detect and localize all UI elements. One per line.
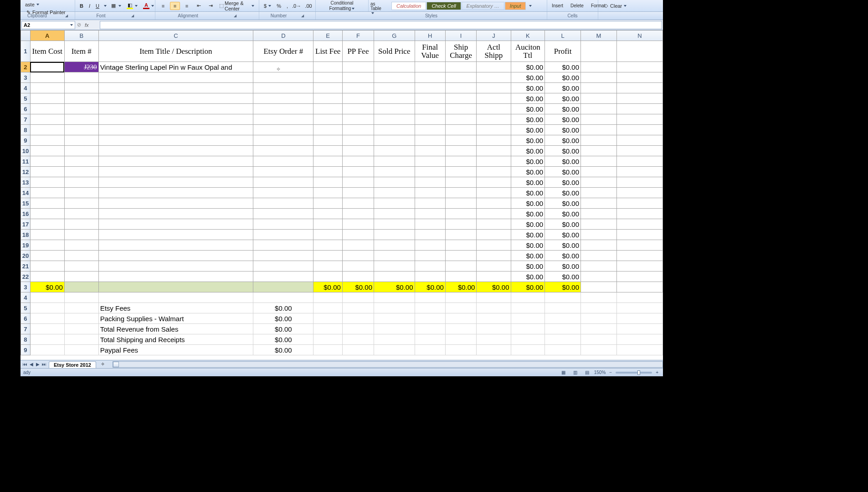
cell-A26[interactable] [30,313,64,324]
cell-M17[interactable] [581,219,617,230]
row-header-29[interactable]: 9 [21,345,31,355]
cell-G21[interactable] [374,261,415,272]
cell-E10[interactable] [313,146,342,156]
cell-I5[interactable] [445,93,477,104]
cell-H26[interactable] [415,313,445,324]
cell-H5[interactable] [415,93,445,104]
cell-L28[interactable] [545,334,581,345]
cell-F2[interactable] [342,62,374,72]
cell-C23[interactable] [98,282,253,292]
cell-G28[interactable] [374,334,415,345]
cell-A5[interactable] [30,93,64,104]
cell-N17[interactable] [616,219,663,230]
zoom-slider-thumb[interactable] [637,370,640,375]
cell-J23[interactable]: $0.00 [477,282,511,292]
cell-J6[interactable] [477,104,511,114]
zoom-slider[interactable] [616,372,652,374]
cell-C11[interactable] [98,156,253,167]
cell-I7[interactable] [445,114,477,125]
cell-F7[interactable] [342,114,374,125]
cell-B3[interactable] [64,72,98,83]
fx-cancel-button[interactable]: ⊘ [75,21,83,29]
cell-M16[interactable] [581,209,617,219]
col-header-I[interactable]: I [445,31,477,41]
cell-H25[interactable] [415,303,445,313]
cell-I13[interactable] [445,177,477,188]
cell-N26[interactable] [616,313,663,324]
cell-G17[interactable] [374,219,415,230]
cell-J12[interactable] [477,167,511,177]
cell-G26[interactable] [374,313,415,324]
col-header-J[interactable]: J [477,31,511,41]
zoom-in-button[interactable]: + [654,369,660,376]
cell-K14[interactable]: $0.00 [511,188,545,198]
cell-C24[interactable] [98,292,253,303]
cell-B18[interactable] [64,230,98,240]
row-header-6[interactable]: 6 [21,104,31,114]
cell-N11[interactable] [616,156,663,167]
cell-J27[interactable] [477,324,511,334]
cell-M19[interactable] [581,240,617,251]
clear-button[interactable]: ◇Clear [601,2,628,10]
cell-D19[interactable] [253,240,313,251]
cell-A13[interactable] [30,177,64,188]
cell-B11[interactable] [64,156,98,167]
row-header-20[interactable]: 20 [21,251,31,261]
cell-H19[interactable] [415,240,445,251]
cell-D3[interactable] [253,72,313,83]
select-all-corner[interactable] [21,31,31,41]
cell-L29[interactable] [545,345,581,355]
cell-M20[interactable] [581,251,617,261]
bold-button[interactable]: B [78,2,85,10]
cell-I6[interactable] [445,104,477,114]
cell-I22[interactable] [445,272,477,282]
cell-D11[interactable] [253,156,313,167]
cell-L16[interactable]: $0.00 [545,209,581,219]
cell-N10[interactable] [616,146,663,156]
cell-N25[interactable] [616,303,663,313]
view-normal-button[interactable]: ▦ [559,369,569,377]
cell-F8[interactable] [342,125,374,135]
cell-J24[interactable] [477,292,511,303]
row-header-10[interactable]: 10 [21,146,31,156]
cell-C15[interactable] [98,198,253,209]
cell-M4[interactable] [581,83,617,93]
cell-B2[interactable]: J230 [64,62,98,72]
cell-B26[interactable] [64,313,98,324]
cell-D24[interactable] [253,292,313,303]
zoom-out-button[interactable]: − [607,369,614,376]
cell-I27[interactable] [445,324,477,334]
cell-L20[interactable]: $0.00 [545,251,581,261]
cell-H14[interactable] [415,188,445,198]
cell-K15[interactable]: $0.00 [511,198,545,209]
cell-K20[interactable]: $0.00 [511,251,545,261]
cell-B23[interactable] [64,282,98,292]
cell-L25[interactable] [545,303,581,313]
cell-E22[interactable] [313,272,342,282]
cell-F21[interactable] [342,261,374,272]
cell-G27[interactable] [374,324,415,334]
cell-D29[interactable]: $0.00 [253,345,313,355]
header-cell-N1[interactable] [616,41,663,62]
cell-C29[interactable]: Paypal Fees [98,345,253,355]
font-color-button[interactable]: A [141,2,156,10]
cell-L26[interactable] [545,313,581,324]
cell-E15[interactable] [313,198,342,209]
cell-I11[interactable] [445,156,477,167]
cell-L5[interactable]: $0.00 [545,93,581,104]
cell-A10[interactable] [30,146,64,156]
cell-A19[interactable] [30,240,64,251]
cell-A4[interactable] [30,83,64,93]
cell-K19[interactable]: $0.00 [511,240,545,251]
cell-B29[interactable] [64,345,98,355]
cell-I4[interactable] [445,83,477,93]
cell-A23[interactable]: $0.00 [30,282,64,292]
cell-B9[interactable] [64,135,98,146]
cell-C21[interactable] [98,261,253,272]
row-header-12[interactable]: 12 [21,167,31,177]
cell-B24[interactable] [64,292,98,303]
cell-L23[interactable]: $0.00 [545,282,581,292]
align-right-button[interactable]: ≡ [182,2,192,10]
cell-J13[interactable] [477,177,511,188]
row-header-21[interactable]: 21 [21,261,31,272]
